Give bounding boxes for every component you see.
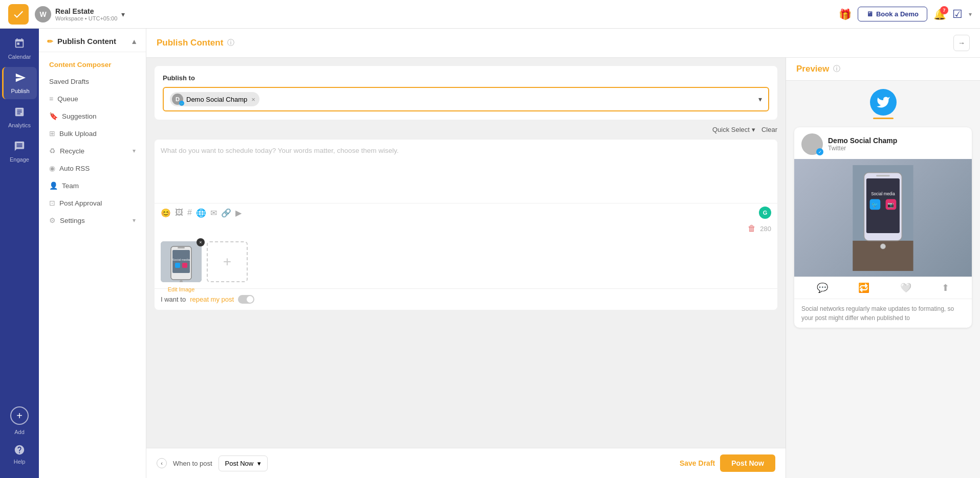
footer-bar: ‹ When to post Post Now ▾ Save Draft Pos…	[146, 448, 786, 478]
more-icon[interactable]: ▶	[235, 208, 242, 218]
media-add-button[interactable]: +	[207, 241, 248, 282]
sidebar-item-post-approval[interactable]: ⊡ Post Approval	[39, 194, 146, 212]
workspace-section: W Real Estate Workspace • UTC+05:00 ▾	[35, 6, 833, 22]
notification-badge: 7	[940, 6, 948, 14]
delete-icon[interactable]: 🗑	[748, 224, 756, 233]
svg-rect-7	[182, 263, 187, 268]
analytics-icon	[14, 106, 25, 120]
compose-textarea[interactable]	[155, 140, 777, 201]
queue-label: Queue	[57, 95, 78, 103]
gift-icon[interactable]: 🎁	[839, 8, 852, 20]
bulk-upload-icon: ⊞	[49, 129, 55, 138]
app-logo[interactable]	[8, 4, 29, 25]
topbar: W Real Estate Workspace • UTC+05:00 ▾ 🎁 …	[0, 0, 980, 29]
content-info-icon[interactable]: ⓘ	[227, 38, 234, 48]
publish-to-label: Publish to	[163, 74, 769, 82]
emoji-icon[interactable]: 😊	[161, 208, 171, 218]
nav-item-analytics[interactable]: Analytics	[2, 101, 37, 133]
sidebar-item-auto-rss[interactable]: ◉ Auto RSS	[39, 160, 146, 177]
sidebar-item-team[interactable]: 👤 Team	[39, 177, 146, 194]
account-tag: D 🐦 Demo Social Champ ×	[170, 92, 259, 106]
help-label: Help	[14, 459, 26, 465]
suggestion-label: Suggestion	[62, 112, 97, 120]
media-area: Social media × Edit Image +	[155, 237, 777, 288]
like-icon[interactable]: 🤍	[900, 282, 911, 293]
char-count-row: 🗑 280	[155, 222, 777, 237]
post-option-label: Post Now	[225, 460, 254, 467]
share-icon[interactable]: ⬆	[942, 282, 949, 293]
nav-item-help[interactable]: Help	[2, 439, 37, 470]
nav-publish-label: Publish	[11, 88, 29, 94]
sidebar-item-saved-drafts[interactable]: Saved Drafts	[39, 73, 146, 90]
recycle-icon: ♻	[49, 147, 56, 155]
repeat-toggle[interactable]	[238, 295, 254, 304]
workspace-subtitle: Workspace • UTC+05:00	[55, 15, 117, 21]
media-close-button[interactable]: ×	[197, 238, 205, 246]
sidebar-item-content-composer[interactable]: Content Composer	[39, 56, 146, 73]
link-icon[interactable]: 🔗	[221, 208, 231, 218]
preview-footer-text: Social networks regularly make updates t…	[794, 299, 972, 328]
svg-text:Social media: Social media	[172, 258, 190, 261]
preview-avatar: ✓	[801, 133, 823, 155]
quick-select-button[interactable]: Quick Select ▾	[712, 126, 755, 133]
sidebar-item-suggestion[interactable]: 🔖 Suggestion	[39, 107, 146, 125]
content-header: Publish Content ⓘ →	[146, 29, 980, 58]
quick-select-label: Quick Select	[712, 126, 750, 133]
comment-icon[interactable]: 💬	[817, 282, 828, 293]
preview-platform: Twitter	[828, 145, 897, 152]
check-tasks-icon[interactable]: ☑	[952, 8, 963, 21]
nav-item-engage[interactable]: Engage	[2, 135, 37, 168]
add-button[interactable]: +	[10, 406, 29, 425]
mail-icon[interactable]: ✉	[210, 208, 217, 218]
dropdown-arrow[interactable]: ▾	[969, 11, 972, 18]
sidebar-collapse-icon[interactable]: ▲	[130, 37, 138, 45]
settings-label: Settings	[60, 217, 85, 224]
sidebar-item-bulk-upload[interactable]: ⊞ Bulk Upload	[39, 125, 146, 142]
post-time-select[interactable]: Post Now ▾	[219, 456, 268, 471]
preview-info-icon[interactable]: ⓘ	[833, 64, 840, 74]
sidebar-title: Publish Content	[57, 37, 116, 45]
compose-card: 😊 🖼 # 🌐 ✉ 🔗 ▶ G 🗑 280	[155, 140, 777, 310]
sidebar-collapse-btn[interactable]: ‹	[157, 458, 167, 468]
account-tag-close[interactable]: ×	[251, 96, 255, 103]
image-icon[interactable]: 🖼	[175, 208, 183, 217]
twitter-badge: 🐦	[179, 101, 184, 106]
when-to-post-label: When to post	[173, 460, 212, 467]
nav-calendar-label: Calendar	[8, 54, 31, 60]
retweet-icon[interactable]: 🔁	[858, 282, 869, 293]
auto-rss-label: Auto RSS	[59, 165, 90, 172]
sidebar-item-queue[interactable]: ≡ Queue	[39, 90, 146, 107]
repeat-row: I want to repeat my post	[155, 288, 777, 310]
nav-item-publish[interactable]: Publish	[2, 67, 37, 99]
sidebar-item-settings[interactable]: ⚙ Settings ▾	[39, 212, 146, 229]
clear-button[interactable]: Clear	[761, 126, 777, 133]
preview-content: ✓ Demo Social Champ Twitter	[786, 81, 980, 336]
queue-icon: ≡	[49, 95, 53, 103]
preview-account-info: Demo Social Champ Twitter	[828, 136, 897, 152]
panels: Publish to D 🐦 Demo Social Champ × ▾	[146, 58, 980, 478]
preview-image-inner: Social media 🐦 📷	[794, 159, 972, 277]
workspace-dropdown-icon[interactable]: ▾	[121, 10, 125, 18]
svg-text:Social media: Social media	[871, 192, 895, 196]
post-dropdown-arrow: ▾	[257, 460, 261, 467]
repeat-link[interactable]: repeat my post	[190, 295, 234, 303]
sidebar: ✏ Publish Content ▲ Content Composer Sav…	[39, 29, 146, 478]
account-select-dropdown[interactable]: D 🐦 Demo Social Champ × ▾	[163, 87, 769, 111]
help-icon	[14, 444, 25, 457]
media-thumbnail[interactable]: Social media × Edit Image	[161, 241, 202, 282]
globe-icon[interactable]: 🌐	[196, 208, 206, 218]
svg-point-12	[880, 243, 885, 248]
book-demo-button[interactable]: 🖥 Book a Demo	[858, 7, 927, 21]
hashtag-icon[interactable]: #	[187, 208, 192, 217]
recycle-label: Recycle	[60, 147, 84, 155]
notification-button[interactable]: 🔔 7	[933, 8, 946, 20]
post-now-button[interactable]: Post Now	[720, 454, 775, 472]
grammarly-icon[interactable]: G	[759, 207, 771, 219]
collapse-compose-button[interactable]: →	[953, 35, 970, 51]
svg-rect-2	[172, 250, 190, 273]
content-area: Publish Content ⓘ → Publish to D 🐦	[146, 29, 980, 478]
nav-item-calendar[interactable]: Calendar	[2, 33, 37, 65]
sidebar-item-recycle[interactable]: ♻ Recycle ▾	[39, 142, 146, 160]
edit-image-label[interactable]: Edit Image	[168, 286, 195, 292]
save-draft-button[interactable]: Save Draft	[680, 459, 715, 467]
